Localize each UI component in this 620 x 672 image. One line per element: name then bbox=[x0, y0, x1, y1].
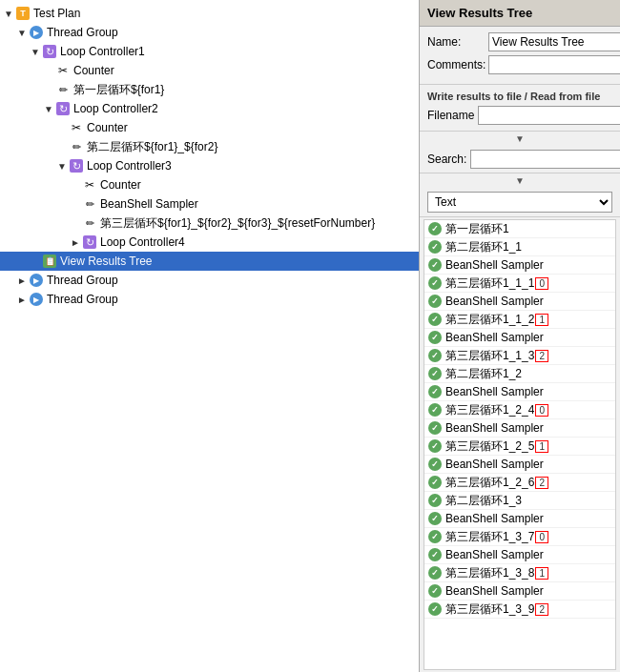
result-badge-r18: 0 bbox=[535, 531, 548, 543]
result-label-r13: 第三层循环1_2_5 bbox=[445, 438, 534, 455]
tree-arrow-thread-group-1[interactable]: ▼ bbox=[17, 28, 29, 38]
result-item-r7[interactable]: BeanShell Sampler bbox=[424, 329, 615, 347]
tree-item-loop1-label[interactable]: ✏第一层循环${for1} bbox=[0, 80, 419, 99]
tree-item-test-plan[interactable]: ▼TTest Plan bbox=[0, 4, 419, 23]
tree-label-loop2-label: 第二层循环${for1}_${for2} bbox=[87, 139, 217, 155]
tree-container: ▼TTest Plan▼▶Thread Group▼↻Loop Controll… bbox=[0, 0, 419, 313]
result-item-r5[interactable]: BeanShell Sampler bbox=[424, 293, 615, 311]
result-item-r22[interactable]: 第三层循环1_3_92 bbox=[424, 601, 615, 619]
tree-item-loop-controller-4[interactable]: ►↻Loop Controller4 bbox=[0, 233, 419, 252]
result-label-r7: BeanShell Sampler bbox=[445, 331, 544, 344]
tree-item-loop3-label[interactable]: ✏第三层循环${for1}_${for2}_${for3}_${resetFor… bbox=[0, 214, 419, 233]
result-item-r18[interactable]: 第三层循环1_3_70 bbox=[424, 528, 615, 546]
result-item-r11[interactable]: 第三层循环1_2_40 bbox=[424, 401, 615, 419]
threadgroup-icon: ▶ bbox=[29, 292, 44, 307]
result-label-r10: BeanShell Sampler bbox=[445, 385, 544, 398]
result-label-r17: BeanShell Sampler bbox=[445, 512, 544, 525]
tree-item-loop-controller-1[interactable]: ▼↻Loop Controller1 bbox=[0, 42, 419, 61]
testplan-icon: T bbox=[15, 6, 31, 21]
tree-item-thread-group-1[interactable]: ▼▶Thread Group bbox=[0, 23, 419, 42]
tree-item-loop-controller-2[interactable]: ▼↻Loop Controller2 bbox=[0, 99, 419, 118]
tree-item-thread-group-2[interactable]: ►▶Thread Group bbox=[0, 271, 419, 290]
result-check-icon bbox=[428, 403, 442, 417]
comments-input[interactable] bbox=[488, 55, 620, 74]
comments-label: Comments: bbox=[427, 58, 485, 71]
tree-item-view-results-tree[interactable]: 📋View Results Tree bbox=[0, 252, 419, 271]
loop-icon: ↻ bbox=[42, 44, 57, 59]
result-item-r15[interactable]: 第三层循环1_2_62 bbox=[424, 474, 615, 492]
tree-label-counter-3: Counter bbox=[100, 178, 141, 192]
tree-item-thread-group-3[interactable]: ►▶Thread Group bbox=[0, 290, 419, 309]
result-item-r2[interactable]: 第二层循环1_1 bbox=[424, 238, 615, 256]
dropdown-row: TextRegExpEquals bbox=[420, 188, 620, 217]
result-check-icon bbox=[428, 566, 442, 580]
result-item-r20[interactable]: 第三层循环1_3_81 bbox=[424, 564, 615, 582]
tree-arrow-thread-group-2[interactable]: ► bbox=[17, 275, 29, 286]
expand-icon-2: ▼ bbox=[515, 175, 525, 186]
result-item-r4[interactable]: 第三层循环1_1_10 bbox=[424, 275, 615, 293]
result-item-r6[interactable]: 第三层循环1_1_21 bbox=[424, 311, 615, 329]
write-results-label: Write results to file / Read from file bbox=[427, 91, 612, 102]
result-check-icon bbox=[428, 222, 442, 235]
tree-label-loop-controller-4: Loop Controller4 bbox=[100, 235, 185, 249]
name-input[interactable] bbox=[488, 32, 620, 51]
result-check-icon bbox=[428, 439, 442, 453]
result-item-r19[interactable]: BeanShell Sampler bbox=[424, 546, 615, 564]
result-item-r3[interactable]: BeanShell Sampler bbox=[424, 256, 615, 275]
result-label-r9: 第二层循环1_2 bbox=[445, 366, 522, 382]
result-check-icon bbox=[428, 331, 442, 344]
tree-item-counter-1[interactable]: ✂Counter bbox=[0, 61, 419, 80]
tree-label-counter-1: Counter bbox=[73, 64, 114, 77]
expand-button-2[interactable]: ▼ bbox=[420, 173, 620, 188]
counter-icon: ✂ bbox=[69, 120, 84, 135]
tree-item-loop-controller-3[interactable]: ▼↻Loop Controller3 bbox=[0, 156, 419, 175]
result-check-icon bbox=[428, 530, 442, 543]
tree-item-beanshell-1[interactable]: ✏BeanShell Sampler bbox=[0, 194, 419, 214]
result-check-icon bbox=[428, 385, 442, 398]
threadgroup-icon: ▶ bbox=[29, 25, 44, 40]
filename-input[interactable] bbox=[478, 106, 620, 125]
result-item-r1[interactable]: 第一层循环1 bbox=[424, 220, 615, 238]
result-item-r14[interactable]: BeanShell Sampler bbox=[424, 456, 615, 474]
loop-icon: ↻ bbox=[69, 158, 84, 173]
result-label-r21: BeanShell Sampler bbox=[445, 584, 544, 598]
result-item-r21[interactable]: BeanShell Sampler bbox=[424, 582, 615, 601]
result-label-r6: 第三层循环1_1_2 bbox=[445, 312, 534, 328]
tree-arrow-loop-controller-3[interactable]: ▼ bbox=[57, 161, 69, 172]
tree-item-counter-3[interactable]: ✂Counter bbox=[0, 175, 419, 194]
result-badge-r11: 0 bbox=[535, 404, 548, 417]
result-badge-r22: 2 bbox=[535, 603, 548, 616]
search-label: Search: bbox=[427, 153, 466, 166]
result-item-r13[interactable]: 第三层循环1_2_51 bbox=[424, 438, 615, 456]
result-item-r9[interactable]: 第二层循环1_2 bbox=[424, 365, 615, 383]
result-check-icon bbox=[428, 276, 442, 290]
result-check-icon bbox=[428, 458, 442, 471]
result-label-r20: 第三层循环1_3_8 bbox=[445, 565, 534, 581]
tree-arrow-loop-controller-2[interactable]: ▼ bbox=[44, 104, 55, 114]
result-item-r12[interactable]: BeanShell Sampler bbox=[424, 419, 615, 438]
result-badge-r13: 1 bbox=[535, 440, 548, 453]
result-label-r14: BeanShell Sampler bbox=[445, 458, 544, 471]
result-item-r8[interactable]: 第三层循环1_1_32 bbox=[424, 347, 615, 365]
search-input[interactable] bbox=[470, 150, 620, 169]
tree-item-counter-2[interactable]: ✂Counter bbox=[0, 118, 419, 137]
text-dropdown[interactable]: TextRegExpEquals bbox=[427, 192, 612, 213]
name-row: Name: bbox=[427, 32, 612, 51]
result-check-icon bbox=[428, 476, 442, 489]
result-item-r10[interactable]: BeanShell Sampler bbox=[424, 383, 615, 401]
expand-button[interactable]: ▼ bbox=[420, 132, 620, 146]
result-item-r16[interactable]: 第二层循环1_3 bbox=[424, 492, 615, 510]
tree-arrow-loop-controller-4[interactable]: ► bbox=[71, 237, 82, 248]
tree-item-loop2-label[interactable]: ✏第二层循环${for1}_${for2} bbox=[0, 137, 419, 156]
tree-arrow-thread-group-3[interactable]: ► bbox=[17, 295, 29, 305]
tree-label-loop3-label: 第三层循环${for1}_${for2}_${for3}_${resetForN… bbox=[100, 215, 375, 232]
tree-label-loop1-label: 第一层循环${for1} bbox=[73, 82, 164, 98]
result-badge-r8: 2 bbox=[535, 350, 548, 362]
result-badge-r4: 0 bbox=[535, 277, 548, 290]
result-item-r17[interactable]: BeanShell Sampler bbox=[424, 510, 615, 528]
right-panel-title: View Results Tree bbox=[420, 0, 620, 27]
tree-arrow-test-plan[interactable]: ▼ bbox=[4, 9, 15, 19]
tree-arrow-loop-controller-1[interactable]: ▼ bbox=[31, 47, 42, 57]
filename-row: Filename bbox=[427, 106, 612, 125]
result-label-r16: 第二层循环1_3 bbox=[445, 493, 522, 509]
